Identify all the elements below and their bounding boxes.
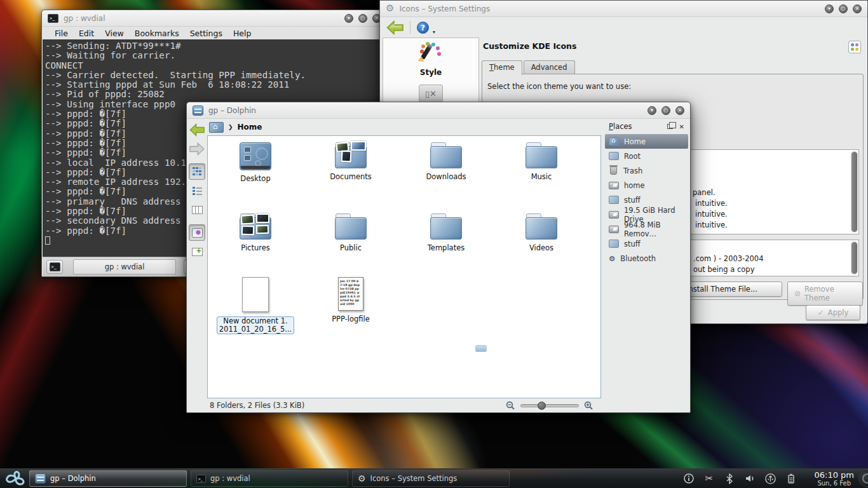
file-item-videos[interactable]: Videos (494, 214, 589, 277)
preview-button[interactable] (189, 224, 205, 241)
breadcrumb-home[interactable]: Home (238, 123, 262, 132)
zoom-in-icon[interactable] (584, 401, 593, 410)
zoom-out-icon[interactable] (506, 401, 515, 410)
places-item-stuff[interactable]: stuff (605, 236, 688, 251)
places-item-root[interactable]: Root (605, 149, 688, 163)
file-item-music[interactable]: Music (494, 142, 589, 214)
folder-icon (609, 152, 619, 160)
menu-edit[interactable]: Edit (79, 29, 94, 38)
float-panel-icon[interactable] (667, 124, 673, 129)
places-item-label: 964.8 MiB Remov… (624, 220, 684, 238)
page-title: Customize KDE Icons (482, 37, 864, 55)
gear-icon: ⚙ (358, 474, 366, 483)
folder-icon (430, 214, 462, 240)
back-button[interactable] (189, 121, 205, 138)
no-entry-icon: ⊘ (794, 289, 801, 298)
icon-preview-widget (848, 41, 861, 53)
chevron-down-icon[interactable]: ▾ (433, 29, 435, 37)
help-icon[interactable]: ? (417, 22, 429, 34)
places-item-home[interactable]: Home (605, 134, 688, 149)
blank-document-icon (242, 277, 269, 312)
volume-icon[interactable] (743, 472, 756, 485)
system-settings-icon: ⚙ (386, 4, 394, 13)
dolphin-window[interactable]: gp – Dolphin ▾ ○ ✕ ❯ Home (186, 102, 691, 413)
minimize-icon[interactable]: ▾ (825, 4, 834, 13)
dolphin-titlebar[interactable]: gp – Dolphin ▾ ○ ✕ (187, 102, 690, 119)
close-icon[interactable]: ✕ (675, 106, 684, 115)
columns-view-button[interactable] (189, 201, 205, 218)
places-item-trash[interactable]: Trash (605, 163, 688, 178)
places-item-bluetooth[interactable]: ⚙Bluetooth (605, 251, 688, 266)
konsole-icon: >_ (48, 14, 58, 23)
apply-button[interactable]: ✓Apply (806, 305, 860, 320)
desktop-icon (240, 142, 271, 170)
folder-view[interactable]: DesktopDocumentsDownloadsMusicPicturesPu… (207, 135, 601, 398)
scrollbar[interactable] (851, 241, 858, 274)
tab-advanced[interactable]: Advanced (524, 60, 575, 75)
places-item-home[interactable]: home (605, 178, 688, 193)
places-item-964-8-mib-remov[interactable]: 964.8 MiB Remov… (605, 222, 688, 236)
terminal-tab[interactable]: gp : wvdial (73, 259, 176, 274)
remove-theme-button[interactable]: ⊘Remove Theme (787, 281, 863, 306)
maximize-icon[interactable]: ○ (661, 106, 670, 115)
file-item-desktop[interactable]: Desktop (208, 142, 303, 214)
zoom-slider[interactable] (520, 404, 579, 407)
maximize-icon[interactable]: ○ (839, 4, 848, 13)
minimize-icon[interactable]: ▾ (648, 106, 656, 115)
back-icon[interactable] (386, 20, 403, 35)
system-settings-titlebar[interactable]: ⚙ Icons – System Settings ▾ ○ ✕ (380, 1, 867, 17)
device-notifier-usb-icon[interactable] (764, 472, 776, 485)
scrollbar[interactable] (851, 151, 858, 233)
clock[interactable]: 06:10 pm Sun, 6 Feb (814, 470, 854, 487)
menu-bookmarks[interactable]: Bookmarks (135, 29, 179, 38)
menu-file[interactable]: File (55, 29, 68, 38)
battery-icon[interactable] (784, 472, 797, 485)
home-folder-icon[interactable] (209, 122, 224, 133)
taskbar-task-gp-dolphin[interactable]: gp – Dolphin (29, 470, 187, 487)
maximize-icon[interactable]: ○ (358, 14, 367, 23)
launcher-logo[interactable] (3, 470, 29, 488)
klipper-scissors-icon[interactable]: ✂ (703, 472, 715, 485)
bluetooth-icon[interactable] (723, 472, 736, 485)
minimize-icon[interactable]: ▾ (344, 14, 353, 23)
details-view-button[interactable] (189, 182, 205, 199)
dolphin-statusbar: 8 Folders, 2 Files (3.3 KiB) (207, 398, 601, 412)
file-item-documents[interactable]: Documents (303, 142, 398, 214)
split-view-button[interactable] (189, 243, 205, 260)
menu-help[interactable]: Help (233, 29, 252, 38)
file-item-new-document-1-2011-01-20-16-5[interactable]: New document 1.2011_01_20_16_5... (208, 277, 303, 334)
tab-theme[interactable]: Theme (482, 60, 522, 75)
file-item-public[interactable]: Public (303, 214, 398, 277)
menu-settings[interactable]: Settings (190, 29, 222, 38)
terminal-tab-label: gp : wvdial (105, 262, 145, 271)
menu-view[interactable]: View (105, 29, 124, 38)
theme-list-text: intuitive. (695, 199, 728, 208)
file-item-downloads[interactable]: Downloads (398, 142, 494, 214)
close-icon[interactable]: ✕ (853, 4, 862, 13)
taskbar-task-icons-system-settings[interactable]: ⚙Icons – System Settings (352, 470, 510, 487)
sidebar-item-style[interactable]: Style (419, 42, 443, 77)
new-tab-button[interactable]: >_ (46, 260, 63, 274)
taskbar-task-gp-wvdial[interactable]: >_gp : wvdial (191, 470, 348, 487)
text-file-preview-icon: Jan 17 09:47:18 gp-Aspire-5738 pppd[1946… (338, 277, 363, 311)
places-item-label: Root (624, 152, 641, 161)
theme-list-text: panel. (693, 188, 715, 197)
file-item-label: Desktop (240, 175, 270, 183)
panel-cashew-icon[interactable] (858, 470, 868, 487)
places-item-label: home (624, 181, 645, 190)
file-item-ppp-logfile[interactable]: Jan 17 09:47:18 gp-Aspire-5738 pppd[1946… (303, 277, 398, 334)
konsole-icon: >_ (196, 475, 206, 483)
home-icon (609, 137, 619, 146)
zoom-slider-handle[interactable] (538, 402, 546, 410)
hardware-icon[interactable]: ▯✕ (419, 85, 443, 102)
close-panel-icon[interactable]: ✕ (679, 123, 684, 130)
dolphin-icon (193, 105, 203, 116)
file-item-pictures[interactable]: Pictures (208, 214, 303, 277)
theme-credit-text: out being a copy (693, 265, 754, 274)
forward-button[interactable] (189, 140, 205, 157)
icons-view-button[interactable] (189, 163, 205, 180)
file-item-templates[interactable]: Templates (398, 214, 494, 277)
info-tray-icon[interactable] (682, 472, 695, 485)
terminal-titlebar[interactable]: >_ gp : wvdial ▾ ○ ✕ (42, 10, 387, 27)
theme-credit-text: .com ) - 2003-2004 (693, 254, 764, 263)
